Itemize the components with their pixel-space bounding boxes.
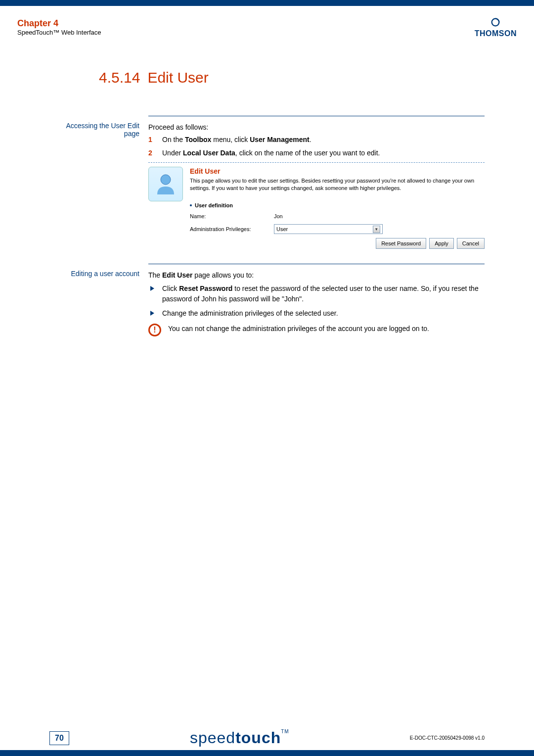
priv-value-wrap: User ▾ (274, 224, 485, 234)
doc-code: E-DOC-CTC-20050429-0098 v1.0 (410, 735, 485, 741)
footer-brand: speedtouchTM (190, 729, 289, 747)
editing-item-1: Click Reset Password to reset the passwo… (148, 284, 485, 304)
section-heading: 4.5.14 Edit User (49, 69, 485, 86)
apply-button[interactable]: Apply (429, 238, 454, 249)
person-icon (153, 172, 178, 196)
panel-title: Edit User (190, 167, 485, 176)
name-label: Name: (190, 213, 274, 220)
userdef-title: User definition (190, 202, 485, 209)
brand-icon (490, 17, 501, 28)
t: Reset Password (179, 284, 232, 292)
t: menu, click (211, 136, 250, 143)
brand-text: THOMSON (475, 29, 517, 38)
embedded-panel: Edit User This page allows you to edit t… (148, 162, 485, 249)
access-block: Accessing the User Edit page Proceed as … (49, 116, 485, 249)
header-bar: Chapter 4 SpeedTouch™ Web Interface THOM… (0, 12, 534, 42)
editing-block: Editing a user account The Edit User pag… (49, 264, 485, 336)
section-title: Edit User (147, 69, 208, 86)
t: , click on the name of the user you want… (235, 149, 380, 157)
footer-band (0, 750, 534, 756)
editing-list: Click Reset Password to reset the passwo… (148, 284, 485, 319)
chapter-block: Chapter 4 SpeedTouch™ Web Interface (17, 18, 101, 36)
t: page allows you to: (192, 271, 254, 279)
warning-text: You can not change the administration pr… (168, 324, 429, 334)
t: Toolbox (185, 136, 211, 143)
access-sidelabel: Accessing the User Edit page (49, 116, 148, 249)
t: Click (162, 284, 179, 292)
t: On the (162, 136, 185, 143)
section-number: 4.5.14 (99, 69, 140, 86)
content: 4.5.14 Edit User Accessing the User Edit… (49, 69, 485, 351)
header-band (0, 0, 534, 6)
page-number: 70 (49, 731, 69, 745)
access-sidelabel-l2: page (49, 130, 139, 138)
tm-icon: TM (281, 729, 289, 734)
reset-password-button[interactable]: Reset Password (376, 238, 426, 249)
chevron-down-icon: ▾ (373, 226, 380, 233)
cancel-button[interactable]: Cancel (457, 238, 485, 249)
priv-label: Administration Privileges: (190, 226, 274, 233)
editing-body: The Edit User page allows you to: Click … (148, 264, 485, 336)
userdef-title-text: User definition (195, 202, 233, 209)
t: The (148, 271, 162, 279)
brand-logo: THOMSON (475, 17, 517, 38)
t: Local User Data (183, 149, 235, 157)
bullet-icon (190, 204, 192, 206)
warning-row: ! You can not change the administration … (148, 324, 485, 336)
editing-intro: The Edit User page allows you to: (148, 270, 485, 281)
access-body: Proceed as follows: On the Toolbox menu,… (148, 116, 485, 249)
embedded-body: Edit User This page allows you to edit t… (190, 167, 485, 249)
editing-item-2: Change the administration privileges of … (148, 308, 485, 319)
access-sidelabel-l1: Accessing the User Edit (49, 122, 139, 130)
t: Edit User (162, 271, 192, 279)
footer-bar: 70 speedtouchTM E-DOC-CTC-20050429-0098 … (0, 729, 534, 747)
t: . (310, 136, 312, 143)
field-name: Name: Jon (190, 213, 485, 220)
access-intro: Proceed as follows: (148, 122, 485, 133)
access-steps: On the Toolbox menu, click User Manageme… (148, 135, 485, 158)
chapter-subtitle: SpeedTouch™ Web Interface (17, 29, 101, 36)
button-row: Reset Password Apply Cancel (190, 238, 485, 249)
t: User Management (250, 136, 310, 143)
name-value: Jon (274, 213, 485, 220)
panel-desc: This page allows you to edit the user se… (190, 177, 485, 192)
access-step-1: On the Toolbox menu, click User Manageme… (148, 135, 485, 145)
warning-icon: ! (148, 324, 161, 336)
editing-sidelabel: Editing a user account (49, 264, 148, 336)
chapter-label: Chapter 4 (17, 18, 101, 29)
privileges-select[interactable]: User ▾ (274, 224, 383, 234)
t: Under (162, 149, 183, 157)
user-icon (148, 167, 183, 201)
footer-brand-thin: speed (190, 729, 235, 747)
privileges-select-value: User (276, 226, 288, 233)
footer-brand-bold: touch (235, 729, 281, 747)
field-privileges: Administration Privileges: User ▾ (190, 224, 485, 234)
access-step-2: Under Local User Data, click on the name… (148, 148, 485, 158)
